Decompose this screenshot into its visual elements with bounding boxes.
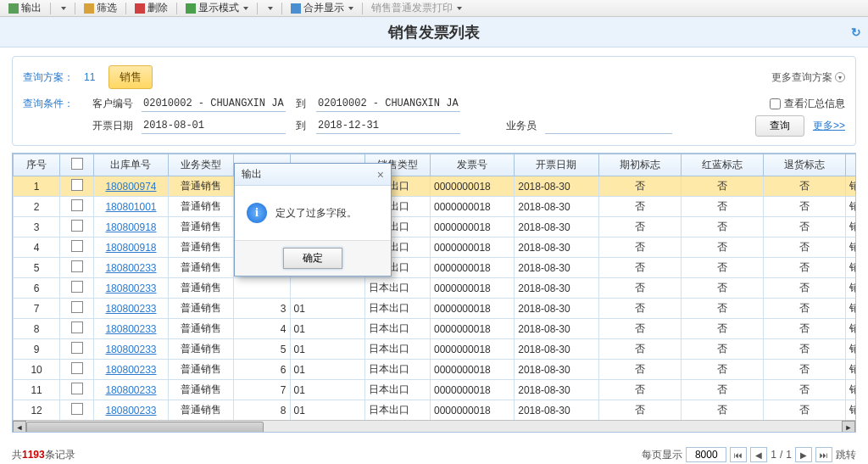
col-rb-flag[interactable]: 红蓝标志: [681, 154, 763, 176]
cell-f3: 否: [763, 299, 845, 319]
grid-scroll[interactable]: 序号 出库单号 业务类型 销售类型 发票号 开票日期 期初标志 红蓝标志 退货标…: [13, 154, 855, 420]
cell-check[interactable]: [60, 217, 94, 238]
scrollbar-thumb[interactable]: [26, 422, 264, 433]
query-button[interactable]: 查询: [755, 115, 804, 137]
cell-check[interactable]: [60, 360, 94, 380]
cell-check[interactable]: [60, 319, 94, 339]
col-period-flag[interactable]: 期初标志: [598, 154, 681, 176]
display-mode-button[interactable]: 显示模式: [181, 0, 253, 16]
more-schemes-link[interactable]: 更多查询方案 ▾: [771, 70, 845, 85]
cell-check[interactable]: [60, 238, 94, 258]
date-from-input[interactable]: [142, 118, 286, 134]
sale-button[interactable]: 销售: [108, 65, 153, 89]
table-row[interactable]: 6180800233普通销售日本出口00000000182018-08-30否否…: [14, 278, 856, 299]
cell-out-no[interactable]: 180800233: [93, 400, 168, 421]
checkbox-icon[interactable]: [71, 199, 83, 211]
cell-f2: 否: [681, 176, 763, 197]
more-link[interactable]: 更多>>: [813, 119, 845, 133]
export-button[interactable]: 输出: [3, 0, 47, 16]
cell-out-no[interactable]: 180800918: [93, 217, 168, 238]
customer-to-input[interactable]: [316, 96, 460, 112]
dropdown-button-2[interactable]: [261, 6, 278, 11]
cell-biz: 普通销售: [169, 217, 234, 238]
cell-out-no[interactable]: 180800233: [93, 380, 168, 400]
col-seq[interactable]: 序号: [14, 154, 60, 176]
cell-check[interactable]: [60, 299, 94, 319]
col-check[interactable]: [60, 154, 94, 176]
pager-last-button[interactable]: ⏭: [815, 447, 832, 462]
pager-prev-button[interactable]: ◀: [750, 447, 767, 462]
delete-button[interactable]: 删除: [130, 0, 173, 16]
checkbox-icon[interactable]: [71, 281, 83, 293]
summary-checkbox[interactable]: 查看汇总信息: [770, 97, 845, 111]
refresh-icon[interactable]: ↻: [851, 25, 861, 39]
table-row[interactable]: 12180800233普通销售801日本出口00000000182018-08-…: [14, 400, 856, 421]
cell-check[interactable]: [60, 258, 94, 278]
table-row[interactable]: 5180800233普通销售日本出口00000000182018-08-30否否…: [14, 258, 856, 278]
col-return-flag[interactable]: 退货标志: [763, 154, 845, 176]
col-inv-type[interactable]: 发票类: [845, 154, 855, 176]
merge-display-button[interactable]: 合并显示: [286, 0, 359, 16]
table-row[interactable]: 7180800233普通销售301日本出口00000000182018-08-3…: [14, 299, 856, 319]
cell-out-no[interactable]: 180800233: [93, 299, 168, 319]
cell-out-no[interactable]: 180800233: [93, 278, 168, 299]
table-row[interactable]: 3180800918普通销售日本出口00000000182018-08-30否否…: [14, 217, 856, 238]
cell-check[interactable]: [60, 176, 94, 197]
cell-out-no[interactable]: 180800974: [93, 176, 168, 197]
table-row[interactable]: 10180800233普通销售601日本出口00000000182018-08-…: [14, 360, 856, 380]
table-row[interactable]: 8180800233普通销售401日本出口00000000182018-08-3…: [14, 319, 856, 339]
cell-f2: 否: [681, 197, 763, 217]
cell-check[interactable]: [60, 278, 94, 299]
table-row[interactable]: 1180800974普通销售日本出口00000000182018-08-30否否…: [14, 176, 856, 197]
checkbox-icon[interactable]: [71, 321, 83, 333]
cell-check[interactable]: [60, 197, 94, 217]
checkbox-icon[interactable]: [71, 362, 83, 374]
cell-out-no[interactable]: 180800233: [93, 319, 168, 339]
checkbox-icon[interactable]: [71, 179, 83, 191]
print-dropdown-button[interactable]: 销售普通发票打印: [366, 0, 467, 16]
col-biz-type[interactable]: 业务类型: [169, 154, 234, 176]
checkbox-icon[interactable]: [71, 383, 83, 394]
table-row[interactable]: 9180800233普通销售501日本出口00000000182018-08-3…: [14, 339, 856, 360]
col-date[interactable]: 开票日期: [515, 154, 598, 176]
cell-out-no[interactable]: 180800918: [93, 238, 168, 258]
cell-check[interactable]: [60, 339, 94, 360]
ok-button[interactable]: 确定: [283, 248, 342, 269]
pager-first-button[interactable]: ⏮: [730, 447, 747, 462]
pager-next-button[interactable]: ▶: [795, 447, 812, 462]
cell-out-no[interactable]: 180800233: [93, 258, 168, 278]
checkbox-icon[interactable]: [71, 301, 83, 313]
scroll-left-icon[interactable]: ◄: [13, 421, 26, 433]
col-out-no[interactable]: 出库单号: [93, 154, 168, 176]
checkbox-icon[interactable]: [71, 342, 83, 354]
salesperson-label: 业务员: [503, 119, 537, 133]
cell-out-no[interactable]: 180800233: [93, 360, 168, 380]
dropdown-button[interactable]: [54, 6, 71, 11]
filter-button[interactable]: 筛选: [79, 0, 122, 16]
checkbox-icon[interactable]: [71, 158, 83, 170]
dialog-title-bar[interactable]: 输出 ×: [235, 164, 391, 186]
cell-sale-type: 日本出口: [364, 319, 430, 339]
cell-check[interactable]: [60, 400, 94, 421]
checkbox-icon[interactable]: [71, 260, 83, 272]
cell-date: 2018-08-30: [515, 319, 598, 339]
col-invoice[interactable]: 发票号: [430, 154, 514, 176]
salesperson-input[interactable]: [545, 118, 672, 134]
cell-check[interactable]: [60, 380, 94, 400]
checkbox-icon[interactable]: [71, 403, 83, 415]
table-row[interactable]: 4180800918普通销售日本出口00000000182018-08-30否否…: [14, 238, 856, 258]
table-row[interactable]: 2180801001普通销售日本出口00000000182018-08-30否否…: [14, 197, 856, 217]
cell-out-no[interactable]: 180800233: [93, 339, 168, 360]
page-size-input[interactable]: [686, 447, 726, 462]
horizontal-scrollbar[interactable]: ◄ ►: [13, 420, 855, 433]
checkbox-icon[interactable]: [71, 220, 83, 232]
scroll-right-icon[interactable]: ►: [842, 421, 855, 433]
customer-from-input[interactable]: [142, 96, 286, 112]
date-to-input[interactable]: [316, 118, 460, 134]
chevron-down-icon: ▾: [835, 72, 845, 82]
close-icon[interactable]: ×: [377, 168, 384, 182]
table-row[interactable]: 11180800233普通销售701日本出口00000000182018-08-…: [14, 380, 856, 400]
checkbox-icon[interactable]: [71, 240, 83, 252]
summary-checkbox-input[interactable]: [770, 98, 781, 109]
cell-out-no[interactable]: 180801001: [93, 197, 168, 217]
